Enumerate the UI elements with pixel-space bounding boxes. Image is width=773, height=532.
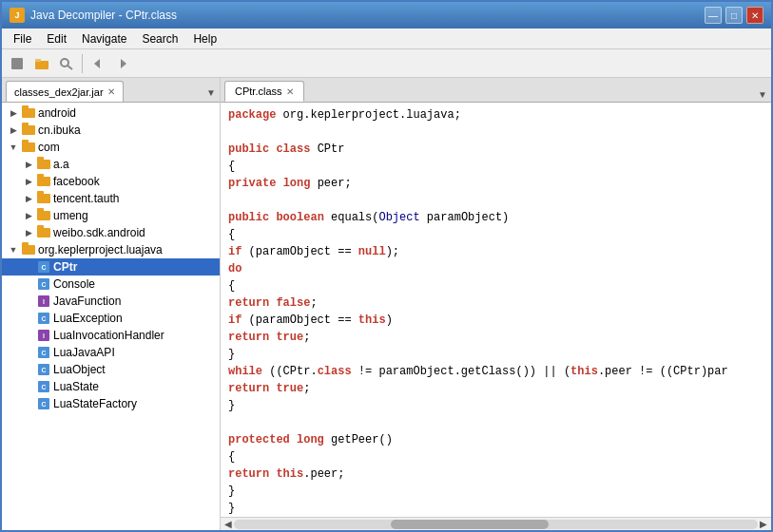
tree-label-tencent-tauth: tencent.tauth	[53, 192, 119, 205]
tree-expand-com[interactable]: ▼	[6, 140, 21, 155]
tree-item-javafunction[interactable]: IJavaFunction	[2, 293, 220, 310]
scrollbar-track[interactable]	[234, 520, 758, 529]
tree-item-umeng[interactable]: ▶umeng	[2, 207, 220, 224]
toolbar-open-button[interactable]	[30, 52, 53, 75]
tree-expand-org-keplerproject-luajava[interactable]: ▼	[6, 242, 21, 257]
tree-expand-luajavaapi	[21, 345, 36, 360]
tree-label-weibo-sdk-android: weibo.sdk.android	[53, 226, 145, 239]
tree-expand-luaobject	[21, 362, 36, 377]
menu-navigate[interactable]: Navigate	[74, 30, 134, 48]
close-button[interactable]: ✕	[746, 7, 763, 24]
menu-search[interactable]: Search	[134, 30, 185, 48]
code-line-7: public boolean equals(Object paramObject…	[228, 209, 763, 226]
tree-label-umeng: umeng	[53, 209, 88, 222]
menu-help[interactable]: Help	[185, 30, 224, 48]
svg-rect-2	[35, 59, 41, 62]
tree-expand-luastatefactory	[21, 396, 36, 411]
maximize-button[interactable]: □	[725, 7, 743, 24]
tree-label-cptr: CPtr	[53, 260, 77, 274]
tree-item-a-a[interactable]: ▶a.a	[2, 156, 220, 173]
tree-item-console[interactable]: CConsole	[2, 276, 220, 293]
code-line-21: {	[228, 448, 763, 466]
tree-item-luastate[interactable]: CLuaState	[2, 378, 220, 395]
code-line-24: }	[228, 500, 763, 517]
tree-item-tencent-tauth[interactable]: ▶tencent.tauth	[2, 190, 220, 207]
toolbar-back-nav-button[interactable]	[87, 52, 109, 75]
tree-icon-luaobject: C	[36, 362, 51, 377]
right-tab-class-label: CPtr.class	[235, 86, 282, 97]
left-panel: classes_dex2jar.jar ✕ ▼ ▶android▶cn.ibuk…	[2, 78, 221, 530]
tree-expand-tencent-tauth[interactable]: ▶	[21, 191, 36, 206]
tree-expand-luaexception	[21, 311, 36, 326]
toolbar-back-button[interactable]	[6, 52, 29, 75]
left-tab-jar[interactable]: classes_dex2jar.jar ✕	[6, 81, 124, 102]
menu-file[interactable]: File	[6, 30, 39, 48]
svg-point-3	[61, 59, 68, 66]
tree-item-cn-ibuka[interactable]: ▶cn.ibuka	[2, 122, 220, 139]
tree-label-luaexception: LuaException	[53, 312, 123, 325]
toolbar-separator	[82, 54, 83, 73]
code-line-12: return false;	[228, 294, 763, 312]
tree-label-luainvocationhandler: LuaInvocationHandler	[53, 329, 164, 342]
tree-item-org-keplerproject-luajava[interactable]: ▼org.keplerproject.luajava	[2, 241, 220, 258]
right-tab-close-icon[interactable]: ✕	[286, 86, 294, 97]
file-tree[interactable]: ▶android▶cn.ibuka▼com▶a.a▶facebook▶tence…	[2, 103, 220, 530]
left-tab-close-icon[interactable]: ✕	[107, 86, 115, 97]
tree-label-javafunction: JavaFunction	[53, 294, 121, 308]
tree-item-facebook[interactable]: ▶facebook	[2, 173, 220, 190]
right-tab-class[interactable]: CPtr.class ✕	[224, 81, 304, 102]
tree-icon-luajavaapi: C	[36, 345, 51, 360]
tree-expand-a-a[interactable]: ▶	[21, 157, 36, 172]
svg-marker-6	[121, 59, 126, 68]
title-bar-left: J Java Decompiler - CPtr.class	[10, 8, 177, 23]
scrollbar-thumb[interactable]	[391, 520, 548, 529]
tree-icon-luastatefactory: C	[36, 396, 51, 411]
tree-label-console: Console	[53, 277, 95, 291]
scroll-left-arrow[interactable]: ◀	[222, 519, 234, 529]
code-line-1: package org.keplerproject.luajava;	[228, 106, 763, 124]
right-panel-dropdown-arrow[interactable]: ▼	[758, 89, 767, 102]
code-line-4: {	[228, 158, 763, 175]
toolbar	[2, 49, 771, 78]
tree-icon-a-a	[36, 157, 51, 172]
toolbar-key-button[interactable]	[55, 52, 78, 75]
code-line-22: return this.peer;	[228, 466, 763, 483]
code-line-6	[228, 192, 763, 209]
tree-expand-weibo-sdk-android[interactable]: ▶	[21, 225, 36, 240]
title-bar: J Java Decompiler - CPtr.class — □ ✕	[2, 2, 771, 28]
left-panel-dropdown-arrow[interactable]: ▼	[206, 87, 216, 102]
code-line-11: {	[228, 277, 763, 294]
tree-item-luaobject[interactable]: CLuaObject	[2, 361, 220, 378]
tree-item-luainvocationhandler[interactable]: ILuaInvocationHandler	[2, 327, 220, 344]
horizontal-scrollbar[interactable]: ◀ ▶	[221, 517, 771, 530]
tree-item-com[interactable]: ▼com	[2, 139, 220, 156]
code-line-20: protected long getPeer()	[228, 431, 763, 448]
code-line-10: do	[228, 260, 763, 277]
tree-item-android[interactable]: ▶android	[2, 104, 220, 122]
tree-item-luajavaapi[interactable]: CLuaJavaAPI	[2, 344, 220, 361]
tree-item-luastatefactory[interactable]: CLuaStateFactory	[2, 395, 220, 412]
code-editor[interactable]: package org.keplerproject.luajava; publi…	[221, 103, 771, 517]
tree-icon-cn-ibuka	[21, 123, 36, 138]
left-tab-jar-label: classes_dex2jar.jar	[14, 86, 104, 98]
tree-label-facebook: facebook	[53, 175, 100, 188]
toolbar-forward-nav-button[interactable]	[111, 52, 134, 75]
tree-expand-android[interactable]: ▶	[6, 105, 21, 121]
scroll-right-arrow[interactable]: ▶	[758, 519, 769, 529]
tree-item-luaexception[interactable]: CLuaException	[2, 310, 220, 327]
tree-expand-umeng[interactable]: ▶	[21, 208, 36, 223]
menu-edit[interactable]: Edit	[39, 30, 74, 48]
tree-expand-cn-ibuka[interactable]: ▶	[6, 123, 21, 138]
left-tab-bar: classes_dex2jar.jar ✕ ▼	[2, 78, 220, 103]
minimize-button[interactable]: —	[705, 7, 722, 24]
tree-label-org-keplerproject-luajava: org.keplerproject.luajava	[38, 243, 163, 256]
code-line-15: }	[228, 346, 763, 363]
tree-label-a-a: a.a	[53, 158, 69, 171]
tree-expand-facebook[interactable]: ▶	[21, 174, 36, 189]
tree-item-cptr[interactable]: CCPtr	[2, 258, 220, 276]
code-line-8: {	[228, 226, 763, 243]
tree-icon-luaexception: C	[36, 311, 51, 326]
tree-icon-umeng	[36, 208, 51, 223]
tree-item-weibo-sdk-android[interactable]: ▶weibo.sdk.android	[2, 224, 220, 241]
tree-label-luajavaapi: LuaJavaAPI	[53, 346, 115, 359]
